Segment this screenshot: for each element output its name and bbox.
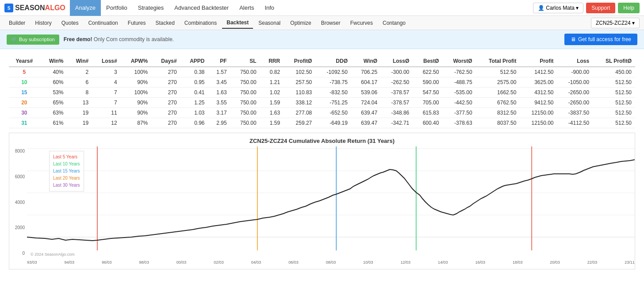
cell-win-n: 2: [67, 67, 92, 77]
instrument-dropdown[interactable]: ZCN25-ZCZ24 ▾: [591, 18, 640, 28]
cell-apw: 90%: [121, 98, 152, 108]
table-row: 30 63% 19 11 90% 270 1.03 3.17 750.00 1.…: [9, 108, 635, 118]
col-dd-avg: DDØ: [315, 56, 351, 67]
cell-win-avg: 706.25: [351, 67, 381, 77]
cell-loss-avg: -300.00: [381, 67, 413, 77]
x-label-9403: 94/03: [64, 260, 74, 265]
cell-total-profit: 8312.50: [476, 108, 520, 118]
subnav-optimize[interactable]: Optimize: [286, 18, 315, 28]
col-profit: Profit: [520, 56, 557, 67]
sub-navigation: Builder History Quotes Continuation Futu…: [0, 16, 644, 30]
nav-info[interactable]: Info: [259, 0, 280, 16]
table-body: 5 40% 2 3 100% 270 0.38 1.57 750.00 0.82…: [9, 67, 635, 128]
nav-right: 👤 Carlos Mata ▾ Support Help: [533, 3, 640, 13]
cell-years[interactable]: 5: [9, 67, 40, 77]
subnav-quotes[interactable]: Quotes: [57, 18, 83, 28]
cell-loss-n: 12: [92, 118, 121, 128]
cell-sl: 750.00: [230, 118, 260, 128]
logo-label: SEASONALGO: [15, 4, 65, 12]
chart-title: ZCN25-ZCZ24 Cumulative Absolute Return (…: [9, 138, 635, 144]
cell-best-avg: 590.00: [413, 77, 442, 88]
banner-left: 🛒 Buy subscription Free demo! Only Corn …: [7, 35, 174, 45]
cell-apw: 100%: [121, 67, 152, 77]
cell-win-n: 19: [67, 108, 92, 118]
cell-years[interactable]: 10: [9, 77, 40, 88]
subnav-stacked[interactable]: Stacked: [151, 18, 179, 28]
x-axis: 93/03 94/03 96/03 98/03 00/03 02/03 04/0…: [27, 259, 635, 265]
cell-win-pct: 65%: [40, 98, 67, 108]
cell-win-avg: 639.47: [351, 118, 381, 128]
user-menu[interactable]: 👤 Carlos Mata ▾: [533, 3, 583, 13]
cell-rrr: 0.82: [260, 67, 284, 77]
x-label-9303: 93/03: [27, 260, 37, 265]
col-loss: Loss: [557, 56, 593, 67]
subnav-contango[interactable]: Contango: [378, 18, 410, 28]
col-rrr: RRR: [260, 56, 284, 67]
cell-years[interactable]: 30: [9, 108, 40, 118]
subnav-backtest[interactable]: Backtest: [222, 17, 253, 29]
x-label-1003: 10/03: [363, 260, 373, 265]
support-button[interactable]: Support: [586, 3, 615, 13]
x-label-9603: 96/03: [102, 260, 112, 265]
x-label-2203: 22/03: [587, 260, 598, 265]
subnav-continuation[interactable]: Continuation: [84, 18, 122, 28]
cell-sl-profit: 512.50: [593, 108, 635, 118]
col-apw: APW%: [121, 56, 152, 67]
cell-dd-avg: -832.50: [315, 88, 351, 98]
get-access-button[interactable]: 🖥 Get full access for free: [564, 34, 637, 45]
cell-profit: 12150.00: [520, 108, 557, 118]
cell-sl-profit: 512.50: [593, 88, 635, 98]
legend-20yr: Last 20 Years: [53, 175, 80, 182]
table-row: 5 40% 2 3 100% 270 0.38 1.57 750.00 0.82…: [9, 67, 635, 77]
cell-win-pct: 61%: [40, 118, 67, 128]
col-sl: SL: [230, 56, 260, 67]
cell-total-profit: 1662.50: [476, 88, 520, 98]
instrument-selector: ZCN25-ZCZ24 ▾: [591, 18, 640, 28]
subnav-fwcurves[interactable]: Fwcurves: [346, 18, 377, 28]
cell-profit: 1412.50: [520, 67, 557, 77]
nav-advanced-backtester[interactable]: Advanced Backtester: [169, 0, 234, 16]
buy-subscription-button[interactable]: 🛒 Buy subscription: [7, 35, 59, 45]
cell-total-profit: 6762.50: [476, 98, 520, 108]
nav-analyze[interactable]: Analyze: [70, 0, 101, 16]
nav-portfolio[interactable]: Portfolio: [101, 0, 133, 16]
col-win-avg: WinØ: [351, 56, 381, 67]
cell-total-profit: 8037.50: [476, 118, 520, 128]
nav-alerts[interactable]: Alerts: [234, 0, 259, 16]
cell-win-pct: 53%: [40, 88, 67, 98]
cell-loss-avg: -262.50: [381, 77, 413, 88]
x-label-2003: 20/03: [550, 260, 560, 265]
col-pf: PF: [208, 56, 230, 67]
cell-dd-avg: -1092.50: [315, 67, 351, 77]
cell-sl-profit: 512.50: [593, 77, 635, 88]
cell-worst-avg: -378.63: [442, 118, 475, 128]
demo-banner: 🛒 Buy subscription Free demo! Only Corn …: [0, 30, 644, 49]
nav-strategies[interactable]: Strategies: [133, 0, 169, 16]
cell-loss-avg: -378.57: [381, 98, 413, 108]
col-profit-avg: ProfitØ: [284, 56, 315, 67]
cell-appd: 1.03: [180, 108, 208, 118]
subnav-combinations[interactable]: Combinations: [180, 18, 221, 28]
cell-years[interactable]: 20: [9, 98, 40, 108]
cell-sl-profit: 450.00: [593, 67, 635, 77]
cell-years[interactable]: 31: [9, 118, 40, 128]
cell-loss: -1050.00: [557, 77, 593, 88]
subnav-seasonal[interactable]: Seasonal: [254, 18, 285, 28]
subnav-futures[interactable]: Futures: [123, 18, 150, 28]
cell-best-avg: 615.83: [413, 108, 442, 118]
table-header-row: Years# Win% Win# Loss# APW% Days# APPD P…: [9, 56, 635, 67]
x-label-1403: 14/03: [438, 260, 448, 265]
col-loss-avg: LossØ: [381, 56, 413, 67]
subnav-builder[interactable]: Builder: [4, 18, 30, 28]
subnav-history[interactable]: History: [31, 18, 56, 28]
subnav-browser[interactable]: Browser: [317, 18, 345, 28]
help-button[interactable]: Help: [618, 3, 640, 13]
cell-years[interactable]: 15: [9, 88, 40, 98]
cell-rrr: 1.21: [260, 77, 284, 88]
cell-pf: 3.55: [208, 98, 230, 108]
col-total-profit: Total Profit: [476, 56, 520, 67]
cell-win-pct: 60%: [40, 77, 67, 88]
legend-10yr: Last 10 Years: [53, 161, 80, 168]
chart-legend: Last 5 Years Last 10 Years Last 15 Years…: [49, 151, 84, 192]
cell-sl: 750.00: [230, 88, 260, 98]
